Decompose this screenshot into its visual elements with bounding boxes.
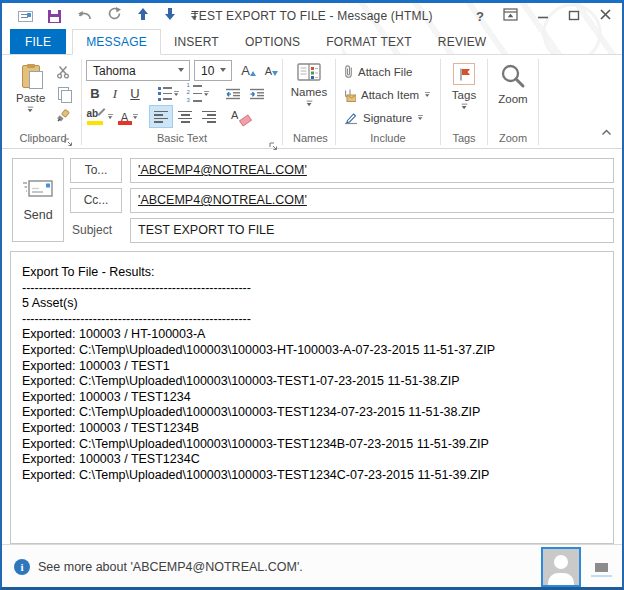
chevron-down-icon bbox=[133, 114, 138, 119]
bold-button[interactable]: B bbox=[86, 83, 104, 104]
numbering-button[interactable] bbox=[184, 83, 210, 104]
chevron-down-icon bbox=[108, 114, 113, 119]
cut-button[interactable] bbox=[52, 61, 74, 82]
zoom-group-label: Zoom bbox=[488, 131, 538, 148]
grow-font-button[interactable]: A bbox=[236, 60, 255, 81]
align-center-icon bbox=[178, 111, 192, 123]
move-up-icon[interactable] bbox=[137, 7, 149, 25]
signature-pen-icon bbox=[344, 111, 358, 125]
tab-insert[interactable]: INSERT bbox=[161, 29, 232, 54]
info-icon bbox=[14, 559, 30, 575]
font-size-combo[interactable]: 10 bbox=[194, 60, 232, 81]
basic-text-group-label: Basic Text bbox=[82, 131, 282, 148]
tab-review[interactable]: REVIEW bbox=[425, 29, 500, 54]
close-icon[interactable] bbox=[599, 7, 612, 25]
align-right-button[interactable] bbox=[198, 106, 220, 127]
names-group-label: Names bbox=[283, 131, 335, 148]
subject-field[interactable]: TEST EXPORT TO FILE bbox=[130, 218, 614, 243]
group-basic-text: Tahoma 10 A A B I U bbox=[82, 57, 282, 148]
message-body[interactable]: Export To File - Results: --------------… bbox=[10, 251, 614, 544]
group-separator bbox=[538, 59, 539, 145]
ribbon-tabs: FILE MESSAGE INSERT OPTIONS FORMAT TEXT … bbox=[2, 29, 622, 55]
bullets-icon bbox=[158, 87, 172, 101]
collapse-ribbon-icon[interactable] bbox=[601, 122, 612, 140]
customize-qat-icon[interactable] bbox=[191, 13, 198, 20]
clear-formatting-button[interactable]: A bbox=[230, 106, 252, 127]
copy-icon bbox=[58, 87, 69, 100]
send-button[interactable]: Send bbox=[12, 158, 64, 242]
cc-button[interactable]: Cc... bbox=[70, 188, 122, 213]
chevron-down-icon bbox=[306, 101, 312, 107]
attach-item-button[interactable]: Attach Item bbox=[340, 84, 435, 105]
avatar[interactable] bbox=[541, 547, 581, 587]
ribbon-display-options-icon[interactable] bbox=[503, 7, 518, 25]
save-icon[interactable] bbox=[48, 10, 61, 23]
group-include: Attach File Attach Item Signature Includ… bbox=[336, 57, 440, 148]
shrink-font-button[interactable]: A bbox=[259, 60, 278, 81]
grow-font-arrow-icon bbox=[250, 71, 256, 76]
copy-button[interactable] bbox=[52, 83, 74, 104]
to-field[interactable]: 'ABCEMP4@NOTREAL.COM' bbox=[130, 158, 614, 183]
tab-file[interactable]: FILE bbox=[10, 29, 66, 54]
move-down-icon[interactable] bbox=[164, 7, 176, 25]
signature-button[interactable]: Signature bbox=[340, 107, 435, 128]
magnifier-icon bbox=[500, 63, 526, 89]
decrease-indent-button[interactable] bbox=[222, 83, 244, 104]
align-center-button[interactable] bbox=[174, 106, 196, 127]
increase-indent-button[interactable] bbox=[246, 83, 268, 104]
cc-recipient[interactable]: 'ABCEMP4@NOTREAL.COM' bbox=[138, 193, 307, 207]
text-highlight-button[interactable]: ab bbox=[86, 106, 114, 127]
decrease-indent-icon bbox=[225, 88, 241, 100]
people-pane-toggle[interactable] bbox=[595, 563, 608, 572]
help-icon[interactable]: ? bbox=[476, 9, 484, 24]
names-button[interactable]: Names bbox=[284, 59, 334, 131]
message-window: TEST EXPORT TO FILE - Message (HTML) ? F… bbox=[0, 0, 624, 590]
clear-formatting-icon: A bbox=[231, 109, 251, 125]
group-names: Names Names bbox=[283, 57, 335, 148]
underline-button[interactable]: U bbox=[126, 83, 144, 104]
chevron-down-icon bbox=[418, 115, 423, 120]
italic-button[interactable]: I bbox=[106, 83, 124, 104]
paste-dropdown-icon bbox=[28, 107, 34, 113]
text-highlight-icon: ab bbox=[87, 108, 107, 125]
people-pane-message[interactable]: See more about 'ABCEMP4@NOTREAL.COM'. bbox=[38, 560, 303, 574]
tab-options[interactable]: OPTIONS bbox=[232, 29, 313, 54]
tab-format-text[interactable]: FORMAT TEXT bbox=[313, 29, 425, 54]
maximize-icon[interactable] bbox=[568, 7, 580, 25]
increase-indent-icon bbox=[249, 88, 265, 100]
align-left-button[interactable] bbox=[150, 106, 172, 127]
to-button[interactable]: To... bbox=[70, 158, 122, 183]
chevron-down-icon bbox=[178, 67, 185, 74]
tags-group-label: Tags bbox=[441, 131, 487, 148]
chevron-down-icon bbox=[220, 67, 227, 74]
undo-icon[interactable] bbox=[76, 7, 92, 25]
format-painter-button[interactable] bbox=[52, 105, 74, 126]
to-recipient[interactable]: 'ABCEMP4@NOTREAL.COM' bbox=[138, 163, 307, 177]
shrink-font-arrow-icon bbox=[272, 71, 278, 76]
zoom-button[interactable]: Zoom bbox=[491, 59, 534, 131]
chevron-down-icon bbox=[174, 91, 179, 96]
font-color-button[interactable]: A bbox=[116, 106, 140, 127]
ribbon: Paste Clipboard Tahoma bbox=[2, 55, 622, 149]
send-envelope-icon bbox=[22, 178, 54, 199]
people-pane: See more about 'ABCEMP4@NOTREAL.COM'. bbox=[2, 544, 622, 589]
basic-text-dialog-launcher-icon[interactable] bbox=[269, 137, 278, 146]
tags-button[interactable]: Tags bbox=[445, 59, 483, 131]
attach-item-icon bbox=[344, 88, 356, 102]
font-name-combo[interactable]: Tahoma bbox=[86, 60, 190, 81]
window-controls: ? bbox=[476, 7, 612, 25]
redo-icon[interactable] bbox=[107, 7, 122, 25]
minimize-icon[interactable] bbox=[537, 7, 549, 25]
chevron-down-icon bbox=[425, 92, 430, 97]
font-color-icon: A bbox=[118, 108, 132, 125]
tab-message[interactable]: MESSAGE bbox=[72, 29, 161, 55]
cc-field[interactable]: 'ABCEMP4@NOTREAL.COM' bbox=[130, 188, 614, 213]
attach-file-button[interactable]: Attach File bbox=[340, 61, 435, 82]
paste-button[interactable]: Paste bbox=[9, 59, 52, 131]
chevron-down-icon bbox=[204, 91, 209, 96]
bullets-button[interactable] bbox=[156, 83, 182, 104]
send-button-label: Send bbox=[23, 208, 52, 222]
titlebar: TEST EXPORT TO FILE - Message (HTML) ? bbox=[2, 3, 622, 29]
clipboard-dialog-launcher-icon[interactable] bbox=[64, 133, 73, 142]
format-painter-icon bbox=[56, 109, 70, 123]
